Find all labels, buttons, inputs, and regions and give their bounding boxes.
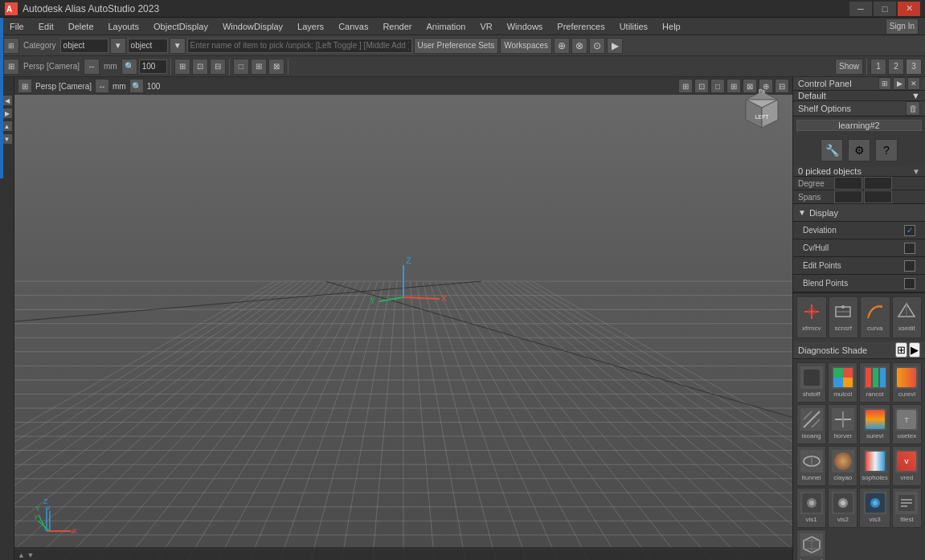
panel-arrow-btn[interactable]: ▶ [893, 77, 906, 90]
tb2-num1[interactable]: 1 [870, 59, 886, 75]
toolbar-icon-c[interactable]: ⊙ [589, 38, 605, 54]
tb2-view-btn1[interactable]: □ [233, 59, 249, 75]
tb2-snap-btn2[interactable]: ⊡ [192, 59, 208, 75]
menu-objectdisplay[interactable]: ObjectDisplay [147, 20, 215, 33]
vp-camera-btn[interactable]: ⊞ [18, 79, 32, 93]
vp-fit-btn[interactable]: ⊞ [678, 79, 693, 93]
tool-curva[interactable]: curva [860, 296, 890, 338]
menu-canvas[interactable]: Canvas [332, 20, 375, 33]
maximize-button[interactable]: □ [874, 2, 896, 16]
diag-filest[interactable]: filest [892, 488, 922, 528]
panel-close-btn[interactable]: ✕ [907, 77, 920, 90]
user-pref-sets-btn[interactable]: User Preference Sets [414, 38, 499, 54]
menu-help[interactable]: Help [656, 20, 687, 33]
sign-in-button[interactable]: Sign In [886, 18, 919, 35]
diag-vis3[interactable]: vis3 [859, 488, 890, 528]
viewport[interactable]: ⊞ Persp [Camera] ↔ mm 🔍 100 ⊞ ⊡ □ ⊞ ⊠ ⊕ … [14, 77, 792, 560]
show-btn[interactable]: Show [835, 59, 863, 75]
menu-windowdisplay[interactable]: WindowDisplay [216, 20, 289, 33]
panel-grid-btn[interactable]: ⊞ [878, 77, 891, 90]
diag-vis2[interactable]: vis2 [828, 488, 857, 528]
zoom-input[interactable] [139, 59, 167, 74]
diag-mulcol[interactable]: mulcol [828, 362, 857, 403]
menu-render[interactable]: Render [376, 20, 418, 33]
menu-preferences[interactable]: Preferences [550, 20, 611, 33]
menu-layers[interactable]: Layers [291, 20, 330, 33]
diag-vred[interactable]: V vred [892, 446, 922, 486]
vp-move-btn[interactable]: ↔ [95, 79, 109, 93]
degree-input1[interactable] [834, 177, 862, 190]
diag-clayao[interactable]: clayao [828, 446, 857, 486]
menu-animation[interactable]: Animation [420, 20, 473, 33]
shelf-icon-spanner[interactable]: 🔧 [821, 139, 843, 161]
diag-arrow-btn[interactable]: ▶ [909, 342, 920, 358]
shelf-icon-settings[interactable]: ⚙ [848, 139, 870, 161]
menu-layouts[interactable]: Layouts [102, 20, 146, 33]
tb2-num3[interactable]: 3 [906, 59, 922, 75]
diag-ltunnel[interactable]: ltunnel [796, 446, 826, 486]
diag-rancol[interactable]: rancol [859, 362, 890, 403]
surevl-label: surevl [866, 432, 883, 439]
diag-shdoff[interactable]: shdoff [796, 362, 826, 403]
tb2-view-btn3[interactable]: ⊠ [268, 59, 284, 75]
tool-xsedit[interactable]: xsedit [892, 296, 923, 338]
minimize-button[interactable]: ─ [849, 2, 872, 16]
edit-points-checkbox[interactable] [904, 260, 915, 272]
menu-utilities[interactable]: Utilities [613, 20, 654, 33]
tb2-move-btn[interactable]: ↔ [84, 59, 100, 75]
menu-file[interactable]: File [3, 20, 31, 33]
main-area: ◀ ▶ ▲ ▼ ⊞ Persp [Camera] ↔ mm 🔍 100 ⊞ ⊡ … [0, 77, 925, 560]
vp-zoom-icon[interactable]: 🔍 [129, 79, 144, 93]
close-button[interactable]: ✕ [898, 2, 920, 16]
category-input[interactable] [60, 39, 108, 53]
menu-delete[interactable]: Delete [62, 20, 100, 33]
diag-boxmod[interactable]: boxmod [796, 529, 826, 560]
tb2-snap-btn1[interactable]: ⊞ [174, 59, 190, 75]
diag-curevl[interactable]: curevl [892, 362, 922, 403]
pick-filter-btn2[interactable]: ▼ [170, 38, 186, 54]
tb2-view-btn2[interactable]: ⊞ [251, 59, 267, 75]
tb2-num2[interactable]: 2 [888, 59, 904, 75]
learning-tab[interactable]: learning#2 [796, 120, 922, 131]
vp-frame-btn[interactable]: ⊡ [694, 79, 709, 93]
display-header[interactable]: ▼ Display [793, 204, 925, 222]
command-input[interactable] [187, 39, 412, 53]
toolbar-icon-a[interactable]: ⊕ [554, 38, 570, 54]
tool-xfrmcv[interactable]: xfrmcv [796, 296, 827, 338]
tool-scnsrf[interactable]: scnsrf [829, 296, 859, 338]
diag-header-buttons: ⊞ ▶ [895, 342, 920, 358]
toolbar-icon-b[interactable]: ⊗ [571, 38, 587, 54]
category-input2[interactable] [128, 39, 168, 53]
vp-display-btn1[interactable]: □ [710, 79, 725, 93]
menu-vr[interactable]: VR [473, 20, 498, 33]
toolbar1-icon1[interactable]: ⊞ [3, 38, 19, 54]
spans-input1[interactable] [834, 190, 862, 203]
toolbar-icon-d[interactable]: ▶ [607, 38, 623, 54]
isoang-label: isoang [802, 432, 821, 439]
diag-surevl[interactable]: surevl [859, 404, 890, 444]
svg-text:A: A [6, 5, 12, 14]
cv-hull-checkbox[interactable] [904, 243, 915, 254]
tb2-snap-btn3[interactable]: ⊟ [210, 59, 226, 75]
diag-isoang[interactable]: isoang [796, 404, 826, 444]
menu-edit[interactable]: Edit [32, 20, 60, 33]
trash-button[interactable]: 🗑 [906, 101, 920, 116]
diag-horver[interactable]: horver [828, 404, 857, 444]
shelf-icon-help[interactable]: ? [875, 139, 898, 161]
blend-points-checkbox[interactable] [904, 278, 915, 289]
diag-grid-btn[interactable]: ⊞ [895, 342, 907, 358]
panel-default-row[interactable]: Default ▼ [793, 91, 925, 101]
pick-filter-btn[interactable]: ▼ [110, 38, 126, 54]
vis3-label: vis3 [869, 516, 880, 523]
spans-input2[interactable] [864, 190, 892, 203]
diag-usetex[interactable]: T usetex [892, 404, 922, 444]
svg-rect-35 [833, 368, 843, 378]
deviation-checkbox[interactable]: ✓ [904, 225, 915, 236]
tb2-icon1[interactable]: ⊞ [3, 59, 19, 75]
tb2-zoom-btn[interactable]: 🔍 [121, 59, 137, 75]
diag-sophotes[interactable]: sophotes [859, 446, 890, 486]
degree-input2[interactable] [864, 177, 892, 190]
diag-vis1[interactable]: vis1 [796, 488, 826, 528]
workspaces-btn[interactable]: Workspaces [500, 38, 552, 54]
menu-windows[interactable]: Windows [501, 20, 550, 33]
